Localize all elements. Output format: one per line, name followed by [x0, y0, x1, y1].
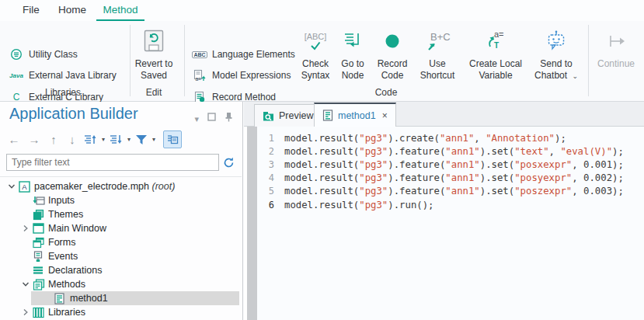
expand-all-dropdown[interactable]: ▾ — [102, 130, 105, 148]
move-down-icon[interactable]: ↓ — [65, 130, 79, 148]
line-number: 1 — [257, 133, 274, 144]
code-text: model.result("pg3").feature("ann1").set(… — [284, 146, 624, 157]
utility-class-button[interactable]: Utility Class — [9, 44, 78, 64]
chevron-down-icon: ⌄ — [572, 72, 578, 80]
tree-item-label: Events — [48, 251, 78, 262]
line-number: 2 — [257, 146, 274, 157]
pin-icon[interactable] — [225, 112, 233, 122]
java-icon: Java — [9, 72, 23, 79]
code-line-4[interactable]: 4model.result("pg3").feature("ann1").set… — [257, 172, 644, 185]
nav-back-icon[interactable]: ← — [6, 130, 22, 148]
method-doc-icon — [322, 110, 333, 121]
tree-item-methods[interactable]: Methods — [0, 277, 242, 291]
tree-item-label: Themes — [48, 209, 83, 220]
declarations-icon — [33, 266, 48, 275]
revert-to-saved-icon — [142, 24, 165, 58]
forms-icon — [33, 237, 48, 249]
tab-preview[interactable]: Preview — [254, 104, 322, 127]
tree-item-libraries[interactable]: Libraries — [0, 305, 242, 319]
tree-item-inputs[interactable]: Inputs — [0, 193, 242, 207]
tree-item-label: Libraries — [48, 307, 85, 318]
panel-menu-chevron-icon[interactable]: ▾ — [194, 114, 199, 124]
chevron-right-icon[interactable] — [19, 224, 33, 232]
code-line-3[interactable]: 3model.result("pg3").feature("ann1").set… — [257, 158, 644, 171]
go-to-node-icon — [343, 24, 363, 58]
line-number: 5 — [257, 186, 274, 197]
tree-item-themes[interactable]: Themes — [0, 207, 242, 221]
nav-forward-icon[interactable]: → — [26, 130, 42, 148]
chevron-down-icon[interactable] — [5, 183, 19, 190]
check-syntax-button[interactable]: [ABC] Check Syntax — [294, 24, 336, 96]
app-icon: A — [19, 181, 34, 193]
record-code-button[interactable]: Record Code — [371, 24, 413, 96]
tree-item-label: Methods — [48, 279, 85, 290]
collapse-all-dropdown[interactable]: ▾ — [127, 130, 131, 148]
tree-item-label: Inputs — [48, 195, 75, 206]
editor-tabstrip: Preview method1 × — [244, 102, 644, 127]
create-local-variable-button[interactable]: a=T Create Local Variable — [461, 24, 530, 96]
record-code-icon — [385, 24, 400, 58]
close-icon[interactable]: × — [382, 110, 388, 121]
tab-file[interactable]: File — [19, 0, 44, 21]
code-line-2[interactable]: 2model.result("pg3").feature("ann1").set… — [257, 144, 644, 158]
application-tree: Apacemaker_electrode.mph (root)InputsThe… — [0, 176, 242, 320]
panel-toolbar: ← → ↑ ↓ ▾ ▾ ▾ — [6, 130, 182, 148]
maximize-icon[interactable] — [207, 113, 216, 121]
utility-class-icon — [9, 48, 23, 61]
code-line-5[interactable]: 5model.result("pg3").feature("ann1").set… — [257, 185, 644, 198]
svg-text:a=: a= — [196, 76, 202, 82]
method-editor: Preview method1 × 1model.result("pg3").c… — [244, 102, 644, 320]
collapse-all-icon[interactable] — [110, 130, 123, 148]
editor-scrollbar[interactable] — [247, 127, 257, 320]
use-shortcut-button[interactable]: B+C Use Shortcut — [414, 24, 461, 96]
code-pane[interactable]: 1model.result("pg3").create("ann1", "Ann… — [257, 127, 644, 320]
line-number: 4 — [257, 172, 274, 183]
model-builder-node-toggle[interactable] — [163, 130, 182, 148]
libraries-group-label: Libraries — [12, 87, 113, 98]
line-number: 3 — [257, 159, 274, 170]
edit-group-label: Edit — [127, 87, 180, 98]
window-icon — [33, 223, 48, 234]
methods-icon — [33, 279, 48, 290]
continue-button[interactable]: Continue — [592, 24, 640, 96]
libraries-icon — [33, 307, 48, 318]
send-to-chatbot-button[interactable]: Send to Chatbot ⌄ — [527, 24, 586, 96]
filter-input[interactable] — [6, 154, 219, 171]
tree-item-label: Main Window — [48, 223, 106, 234]
model-expressions-button[interactable]: a= Model Expressions — [193, 65, 291, 85]
themes-icon — [33, 209, 48, 221]
code-line-6[interactable]: 6model.result("pg3").run(); — [257, 198, 644, 211]
tree-item-forms[interactable]: Forms — [0, 235, 242, 249]
language-elements-button[interactable]: ABC Language Elements — [193, 44, 295, 64]
external-java-library-button[interactable]: Java External Java Library — [9, 65, 117, 85]
use-shortcut-icon: B+C — [424, 24, 451, 58]
tree-item-pacemaker-electrode-mph[interactable]: Apacemaker_electrode.mph (root) — [0, 179, 242, 193]
tree-item-method1[interactable]: method1 — [0, 291, 242, 305]
tree-item-label: method1 — [70, 293, 108, 304]
code-line-1[interactable]: 1model.result("pg3").create("ann1", "Ann… — [257, 131, 644, 144]
code-text: model.result("pg3").feature("ann1").set(… — [284, 172, 624, 183]
tab-method[interactable]: Method — [99, 0, 141, 21]
filter-dropdown[interactable]: ▾ — [152, 130, 155, 148]
expand-all-icon[interactable] — [84, 130, 97, 148]
continue-icon — [604, 24, 628, 58]
tree-item-main-window[interactable]: Main Window — [0, 221, 242, 235]
model-expressions-icon: a= — [193, 69, 207, 82]
code-text: model.result("pg3").feature("ann1").set(… — [284, 159, 624, 170]
filter-icon[interactable] — [135, 130, 148, 148]
move-up-icon[interactable]: ↑ — [47, 130, 61, 148]
chevron-right-icon[interactable] — [19, 308, 33, 316]
tree-item-label: Declarations — [48, 265, 102, 276]
refresh-icon[interactable] — [221, 154, 236, 171]
panel-title: Application Builder — [9, 105, 138, 123]
go-to-node-button[interactable]: Go to Node — [334, 24, 371, 96]
tree-item-events[interactable]: Events — [0, 249, 242, 263]
revert-to-saved-button[interactable]: Revert to Saved — [127, 24, 180, 96]
method-icon — [54, 293, 70, 304]
comsol-application-builder-window: File Home Method Utility Class Java Exte… — [0, 0, 644, 320]
chevron-down-icon[interactable] — [19, 280, 33, 288]
ribbon-separator — [588, 25, 589, 96]
tab-home[interactable]: Home — [56, 0, 89, 21]
tab-method1[interactable]: method1 × — [314, 103, 396, 127]
tree-item-declarations[interactable]: Declarations — [0, 263, 242, 277]
